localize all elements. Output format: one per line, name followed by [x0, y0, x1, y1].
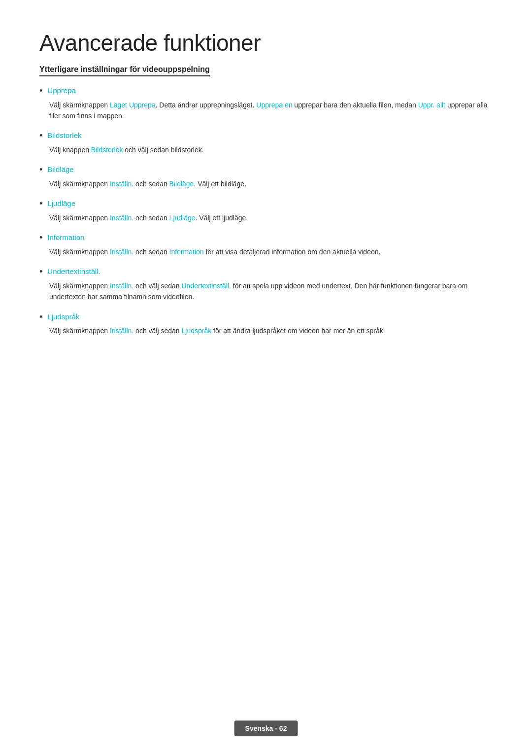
highlighted-term: Uppr. allt [418, 101, 445, 109]
page-container: Avancerade funktioner Ytterligare instäl… [0, 0, 532, 385]
highlighted-term: Inställn. [110, 248, 133, 256]
highlighted-term: Inställn. [110, 180, 133, 188]
list-item: •InformationVälj skärmknappen Inställn. … [39, 232, 493, 257]
highlighted-term: Ljudspråk [182, 327, 212, 335]
highlighted-term: Undertextinställ. [182, 282, 231, 290]
highlighted-term: Upprepa en [256, 101, 292, 109]
page-title: Avancerade funktioner [39, 30, 493, 56]
highlighted-term: Bildstorlek [91, 146, 123, 154]
bullet-icon: • [39, 131, 42, 141]
item-description: Välj skärmknappen Inställn. och sedan In… [39, 246, 493, 257]
item-title: Ljudläge [47, 198, 75, 208]
item-description: Välj skärmknappen Inställn. och välj sed… [39, 325, 493, 336]
bullet-row: •Bildläge [39, 164, 493, 175]
item-description: Välj skärmknappen Inställn. och välj sed… [39, 280, 493, 303]
list-item: •UpprepaVälj skärmknappen Läget Upprepa.… [39, 85, 493, 121]
bullet-row: •Bildstorlek [39, 130, 493, 141]
page-footer: Svenska - 62 [234, 721, 298, 736]
item-title: Bildläge [47, 164, 73, 174]
bullet-row: •Upprepa [39, 85, 493, 97]
list-item: •BildlägeVälj skärmknappen Inställn. och… [39, 164, 493, 189]
highlighted-term: Läget Upprepa [110, 101, 156, 109]
highlighted-term: Inställn. [110, 282, 133, 290]
bullet-icon: • [39, 267, 42, 277]
bullet-row: •Ljudläge [39, 198, 493, 209]
highlighted-term: Inställn. [110, 214, 133, 222]
list-item: •Undertextinställ.Välj skärmknappen Inst… [39, 266, 493, 302]
highlighted-term: Information [169, 248, 204, 256]
item-list: •UpprepaVälj skärmknappen Läget Upprepa.… [39, 85, 493, 337]
section-heading: Ytterligare inställningar för videouppsp… [39, 65, 210, 76]
bullet-icon: • [39, 233, 42, 243]
item-title: Ljudspråk [47, 311, 79, 322]
item-title: Undertextinställ. [47, 266, 100, 276]
item-title: Bildstorlek [47, 130, 81, 140]
item-description: Välj skärmknappen Inställn. och sedan Lj… [39, 212, 493, 223]
item-description: Välj skärmknappen Läget Upprepa. Detta ä… [39, 100, 493, 122]
bullet-icon: • [39, 86, 42, 97]
item-title: Upprepa [47, 85, 76, 96]
highlighted-term: Bildläge [169, 180, 194, 188]
item-description: Välj skärmknappen Inställn. och sedan Bi… [39, 178, 493, 189]
bullet-row: •Ljudspråk [39, 311, 493, 323]
item-title: Information [47, 232, 84, 242]
item-description: Välj knappen Bildstorlek och välj sedan … [39, 144, 493, 155]
highlighted-term: Inställn. [110, 327, 133, 335]
bullet-icon: • [39, 312, 42, 323]
bullet-row: •Undertextinställ. [39, 266, 493, 277]
list-item: •LjudlägeVälj skärmknappen Inställn. och… [39, 198, 493, 223]
highlighted-term: Ljudläge [169, 214, 196, 222]
list-item: •BildstorlekVälj knappen Bildstorlek och… [39, 130, 493, 155]
bullet-icon: • [39, 165, 42, 175]
list-item: •LjudspråkVälj skärmknappen Inställn. oc… [39, 311, 493, 337]
bullet-icon: • [39, 199, 42, 209]
bullet-row: •Information [39, 232, 493, 243]
